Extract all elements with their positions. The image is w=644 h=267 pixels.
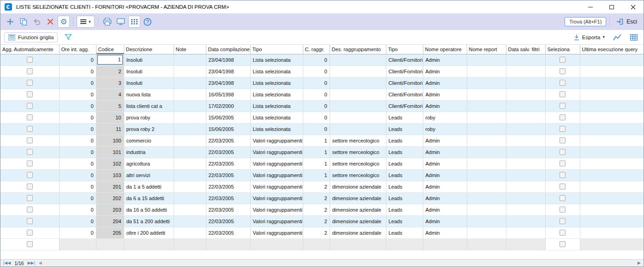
cell-data_compilazione[interactable]: 22/03/2005 <box>206 215 250 227</box>
esporta-button[interactable]: Esporta ▾ <box>573 34 605 41</box>
cell-seleziona[interactable] <box>545 181 580 192</box>
seleziona-checkbox[interactable] <box>560 230 566 236</box>
cell-ultima_esecuzione_query[interactable] <box>580 158 644 169</box>
filter-button[interactable] <box>62 31 74 43</box>
cell-note[interactable] <box>174 112 206 123</box>
cell-c_raggr[interactable]: 2 <box>303 227 330 238</box>
cell-c_raggr[interactable]: 0 <box>303 54 330 65</box>
copy-button[interactable] <box>18 16 30 28</box>
cell-data_salv_filtri[interactable] <box>506 181 545 192</box>
keypad-button[interactable] <box>128 16 140 28</box>
cell-ore[interactable]: 0 <box>59 169 96 181</box>
grid-view-button[interactable] <box>628 31 640 43</box>
seleziona-checkbox[interactable] <box>560 184 566 190</box>
cell-ore[interactable]: 0 <box>59 100 96 112</box>
cell-tipo[interactable]: Valori raggruppamenti <box>250 158 303 169</box>
cell-agg[interactable] <box>0 146 59 158</box>
agg-checkbox[interactable] <box>27 218 33 224</box>
cell-nome_report[interactable] <box>467 181 506 192</box>
cell-descrizione[interactable]: Insoluti <box>124 77 174 89</box>
cell-descrizione[interactable]: commercio <box>124 135 174 146</box>
cell-seleziona[interactable] <box>545 77 580 89</box>
seleziona-checkbox[interactable] <box>560 57 566 63</box>
seleziona-checkbox[interactable] <box>560 91 566 97</box>
cell-nome_report[interactable] <box>467 215 506 227</box>
cell-tipo[interactable]: Valori raggruppamenti <box>250 135 303 146</box>
cell-data_compilazione[interactable]: 16/05/1998 <box>206 89 250 100</box>
cell-codice[interactable]: 2 <box>96 65 124 77</box>
column-header-agg[interactable]: Agg. Automaticamente <box>0 45 59 54</box>
cell-seleziona[interactable] <box>545 89 580 100</box>
cell-data_compilazione[interactable]: 22/03/2005 <box>206 192 250 204</box>
cell-ultima_esecuzione_query[interactable] <box>580 181 644 192</box>
cell-nome_report[interactable] <box>467 238 506 250</box>
cell-c_raggr[interactable]: 0 <box>303 112 330 123</box>
print-button[interactable] <box>102 16 114 28</box>
cell-agg[interactable] <box>0 181 59 192</box>
cell-descrizione[interactable]: lista clienti cat a <box>124 100 174 112</box>
cell-ore[interactable]: 0 <box>59 192 96 204</box>
cell-ore[interactable]: 0 <box>59 158 96 169</box>
cell-data_salv_filtri[interactable] <box>506 204 545 215</box>
cell-seleziona[interactable] <box>545 54 580 65</box>
cell-tipo2[interactable]: Leads <box>386 123 423 135</box>
cell-nome_report[interactable] <box>467 123 506 135</box>
cell-tipo2[interactable]: Clienti/Fornitori <box>386 89 423 100</box>
cell-ore[interactable]: 0 <box>59 146 96 158</box>
cell-ultima_esecuzione_query[interactable] <box>580 169 644 181</box>
column-header-ore[interactable]: Ore int. agg. <box>59 45 96 54</box>
cell-c_raggr[interactable]: 1 <box>303 169 330 181</box>
column-header-codice[interactable]: Codice <box>96 45 124 54</box>
cell-note[interactable] <box>174 158 206 169</box>
cell-nome_operatore[interactable]: roby <box>423 112 467 123</box>
cell-codice[interactable]: 103 <box>96 169 124 181</box>
cell-des_raggruppamento[interactable] <box>330 100 386 112</box>
seleziona-checkbox[interactable] <box>560 172 566 178</box>
cell-descrizione[interactable]: Insoluti <box>124 65 174 77</box>
cell-tipo2[interactable]: Clienti/Fornitori <box>386 65 423 77</box>
cell-seleziona[interactable] <box>545 204 580 215</box>
cell-data_compilazione[interactable] <box>206 238 250 250</box>
agg-checkbox[interactable] <box>27 126 33 132</box>
agg-checkbox[interactable] <box>27 57 33 63</box>
cell-codice[interactable]: 10 <box>96 112 124 123</box>
cell-codice[interactable]: 201 <box>96 181 124 192</box>
agg-checkbox[interactable] <box>27 137 33 143</box>
cell-ore[interactable]: 0 <box>59 54 96 65</box>
undo-button[interactable] <box>31 16 43 28</box>
cell-ultima_esecuzione_query[interactable] <box>580 112 644 123</box>
cell-ore[interactable]: 0 <box>59 112 96 123</box>
scroll-left-icon[interactable]: ◀ <box>39 261 42 265</box>
cell-ore[interactable]: 0 <box>59 135 96 146</box>
cell-tipo[interactable]: Valori raggruppamenti <box>250 204 303 215</box>
cell-note[interactable] <box>174 146 206 158</box>
cell-seleziona[interactable] <box>545 238 580 250</box>
cell-agg[interactable] <box>0 54 59 65</box>
cell-codice[interactable]: 4 <box>96 89 124 100</box>
cell-ultima_esecuzione_query[interactable] <box>580 65 644 77</box>
cell-tipo[interactable] <box>250 238 303 250</box>
cell-data_salv_filtri[interactable] <box>506 238 545 250</box>
cell-tipo2[interactable]: Leads <box>386 181 423 192</box>
cell-ore[interactable]: 0 <box>59 77 96 89</box>
cell-note[interactable] <box>174 123 206 135</box>
cell-des_raggruppamento[interactable] <box>330 65 386 77</box>
cell-data_salv_filtri[interactable] <box>506 215 545 227</box>
cell-data_compilazione[interactable]: 15/06/2005 <box>206 112 250 123</box>
cell-nome_report[interactable] <box>467 192 506 204</box>
cell-ultima_esecuzione_query[interactable] <box>580 204 644 215</box>
cell-data_compilazione[interactable]: 22/03/2005 <box>206 169 250 181</box>
cell-tipo2[interactable]: Leads <box>386 227 423 238</box>
cell-des_raggruppamento[interactable] <box>330 238 386 250</box>
cell-ore[interactable]: 0 <box>59 181 96 192</box>
cell-descrizione[interactable]: industria <box>124 146 174 158</box>
cell-descrizione[interactable]: da 1 a 5 addetti <box>124 181 174 192</box>
cell-c_raggr[interactable]: 2 <box>303 181 330 192</box>
column-header-seleziona[interactable]: Seleziona <box>545 45 580 54</box>
cell-note[interactable] <box>174 54 206 65</box>
cell-codice[interactable]: 202 <box>96 192 124 204</box>
agg-checkbox[interactable] <box>27 230 33 236</box>
cell-ultima_esecuzione_query[interactable] <box>580 146 644 158</box>
cell-nome_operatore[interactable]: Admin <box>423 192 467 204</box>
menu-button[interactable]: ▾ <box>77 16 95 28</box>
